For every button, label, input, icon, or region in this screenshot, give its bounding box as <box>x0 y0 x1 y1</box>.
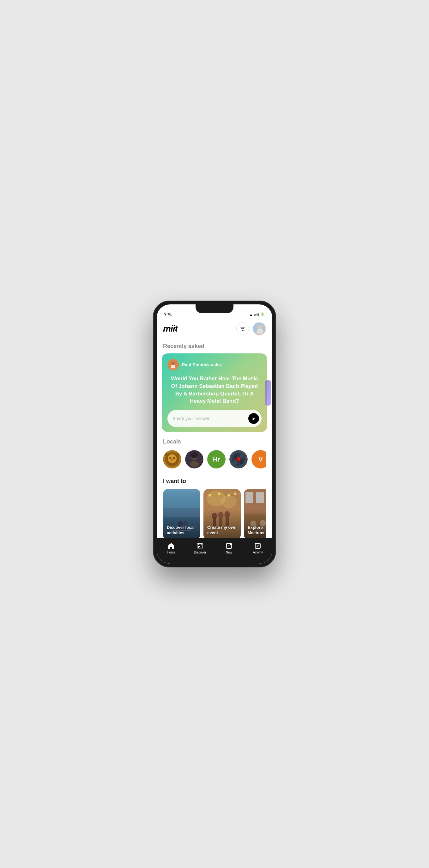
wifi-icon: wifi <box>254 313 259 316</box>
signal-icon: ▲ <box>249 313 253 316</box>
notch <box>196 304 233 313</box>
status-icons: ▲ wifi 🔋 <box>249 312 265 316</box>
asker-name: Paul Pinnock asks: <box>182 362 222 367</box>
activity-card-explore[interactable]: Explore Meetups <box>244 489 266 539</box>
locals-title: Locals <box>163 438 266 445</box>
avatar-svg <box>253 323 265 335</box>
svg-point-16 <box>171 459 173 460</box>
i-want-section: I want to <box>157 473 272 543</box>
discover-icon-svg <box>197 542 203 549</box>
svg-point-13 <box>176 453 179 457</box>
nav-new[interactable]: New <box>214 542 243 554</box>
svg-point-14 <box>169 457 171 459</box>
asker-avatar <box>167 359 179 370</box>
battery-icon: 🔋 <box>260 312 265 316</box>
card-inner: Paul Pinnock asks: Would You Rather Hear… <box>167 359 262 427</box>
svg-rect-79 <box>197 544 203 548</box>
svg-point-1 <box>258 325 262 330</box>
activity-cards-row: Discover local activities <box>163 489 266 539</box>
phone-frame: 9:41 ▲ wifi 🔋 miit <box>153 301 276 567</box>
asker-row: Paul Pinnock asks: <box>167 359 262 370</box>
svg-point-19 <box>190 461 199 467</box>
hr-initials: Hr <box>213 456 220 463</box>
new-icon <box>225 542 233 550</box>
svg-rect-8 <box>171 365 175 368</box>
locals-row: Hr <box>163 450 266 470</box>
answer-input-row[interactable]: Share your answer ► <box>167 410 262 427</box>
svg-point-15 <box>173 457 175 459</box>
send-arrow-icon: ► <box>252 416 256 421</box>
app-logo: miit <box>163 324 177 334</box>
svg-point-32 <box>238 459 240 461</box>
question-card-wrapper: Paul Pinnock asks: Would You Rather Hear… <box>157 353 272 432</box>
svg-point-22 <box>196 457 197 458</box>
explore-card-label: Explore Meetups <box>248 525 266 536</box>
bottom-nav: Home Discover <box>157 538 272 564</box>
question-card[interactable]: Paul Pinnock asks: Would You Rather Hear… <box>162 353 267 432</box>
local-avatar-woman1[interactable] <box>185 450 203 468</box>
new-icon-svg <box>226 542 232 549</box>
activity-icon-svg <box>254 542 261 549</box>
nav-home[interactable]: Home <box>157 542 186 554</box>
activity-icon <box>254 542 262 550</box>
create-card-label: Create my own event <box>207 525 237 536</box>
svg-point-11 <box>168 454 176 463</box>
app-header: miit <box>157 318 272 340</box>
lion-avatar-svg <box>163 450 181 468</box>
answer-placeholder: Share your answer <box>172 416 248 421</box>
question-text: Would You Rather Hear The Music Of Johan… <box>167 375 262 405</box>
header-actions <box>236 322 266 335</box>
send-button[interactable]: ► <box>248 413 259 424</box>
local-avatar-lion[interactable] <box>163 450 181 468</box>
rose-avatar-svg <box>229 450 248 468</box>
svg-point-12 <box>165 453 169 457</box>
user-avatar <box>253 323 265 335</box>
scroll-content: miit <box>157 318 272 564</box>
nav-activity[interactable]: Activity <box>243 542 273 554</box>
i-want-title: I want to <box>163 478 266 485</box>
discover-label: Discover <box>194 551 206 554</box>
activity-card-discover[interactable]: Discover local activities <box>163 489 200 539</box>
svg-point-21 <box>192 457 193 458</box>
local-avatar-hr[interactable]: Hr <box>207 450 226 468</box>
v-initials: V <box>258 456 263 463</box>
local-avatar-v[interactable]: V <box>252 450 266 468</box>
filter-icon <box>240 327 245 331</box>
recently-asked-section: Recently asked <box>157 340 272 432</box>
svg-point-88 <box>230 543 232 545</box>
status-time: 9:41 <box>164 312 172 316</box>
recently-asked-title: Recently asked <box>157 340 272 353</box>
asker-avatar-svg <box>167 359 179 370</box>
discover-card-label: Discover local activities <box>167 525 197 536</box>
side-card-hint <box>265 380 271 406</box>
local-avatar-rose[interactable] <box>229 450 248 468</box>
filter-button[interactable] <box>236 322 249 335</box>
activity-card-create[interactable]: Create my own event <box>203 489 241 539</box>
home-icon-svg <box>168 542 175 549</box>
home-icon <box>167 542 175 550</box>
phone-screen: 9:41 ▲ wifi 🔋 miit <box>157 304 272 564</box>
woman1-avatar-svg <box>185 450 203 468</box>
user-avatar-button[interactable] <box>253 322 266 335</box>
svg-point-4 <box>257 329 263 334</box>
new-label: New <box>226 551 232 554</box>
nav-discover[interactable]: Discover <box>186 542 215 554</box>
svg-point-20 <box>191 452 198 458</box>
locals-section: Locals <box>157 432 272 473</box>
activity-label: Activity <box>253 551 263 554</box>
discover-icon <box>196 542 204 550</box>
home-label: Home <box>167 551 175 554</box>
